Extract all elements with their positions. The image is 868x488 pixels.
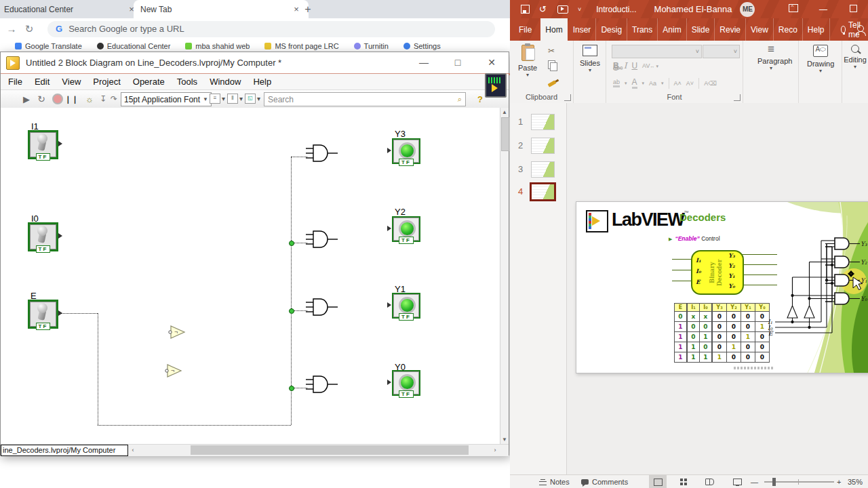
wire[interactable] [291,157,292,425]
scroll-right-icon[interactable]: › [490,445,500,455]
menu-tools[interactable]: Tools [171,77,203,87]
wire[interactable] [98,313,98,425]
menu-window[interactable]: Window [203,77,247,87]
font-color-button[interactable]: A [632,77,637,89]
notes-button[interactable]: Notes [539,475,570,488]
zoom-slider-thumb[interactable] [772,478,776,486]
reload-icon[interactable]: ↻ [20,23,38,35]
tab-home[interactable]: Hom [540,18,567,41]
target-path[interactable]: ine_Decoders.lvproj/My Computer [1,445,128,456]
tab-slideshow[interactable]: Slide [687,18,715,41]
format-painter-icon[interactable] [548,76,556,88]
pause-button[interactable]: ❘❘ [66,92,78,106]
resize-objects-button[interactable]: ◱▾ [245,92,260,105]
minimize-button[interactable]: — [407,52,441,73]
tab-record[interactable]: Reco [774,18,803,41]
and-gate[interactable] [306,297,338,317]
boolean-indicator-Y1[interactable]: TF [392,293,420,319]
menu-view[interactable]: View [56,77,87,87]
menu-file[interactable]: File [2,77,28,87]
menu-help[interactable]: Help [247,77,277,87]
navigation-window-icon[interactable] [485,73,507,98]
grow-font-button[interactable]: A˄ [674,80,682,87]
editing-button[interactable]: Editing ▾ [842,45,868,70]
slide-canvas[interactable]: LabVIEW ™ Decoders ▶“Enable” Control I₁ … [576,201,868,373]
distribute-objects-button[interactable]: ⫴▾ [227,92,243,105]
bookmark-item[interactable]: MS front page LRC [264,42,338,50]
wire[interactable] [60,313,98,314]
bookmark-item[interactable]: Turnitin [354,42,389,50]
font-size-select[interactable]: ˅ [703,45,740,58]
and-gate[interactable] [306,374,338,394]
menu-project[interactable]: Project [87,77,126,87]
highlight-execution-icon[interactable]: ☼ [83,92,96,106]
maximize-button[interactable]: □ [441,52,475,73]
vertical-scrollbar[interactable]: ▲ ▼ [500,108,509,444]
indicator-label[interactable]: Y2 [394,207,406,217]
minimize-button[interactable]: — [808,5,838,14]
new-tab-button[interactable]: + [301,3,315,16]
slide-sorter-button[interactable] [675,475,692,488]
slide-thumbnail-1[interactable]: 1 [510,114,566,134]
ppt-titlebar[interactable]: ↺ ˅ Introducti... Mohamed El-Banna ME — [510,0,868,18]
restore-button[interactable] [838,5,868,14]
ribbon-display-options-icon[interactable] [778,4,808,14]
slides-panel[interactable]: 1 2 3 4 [510,103,567,474]
not-gate[interactable]: ¬ [165,363,185,379]
boolean-control-I0[interactable]: TF [28,222,58,251]
slide-thumbnail-3[interactable]: 3 [510,161,566,182]
paragraph-button[interactable]: ≡ Paragraph ▾ [757,45,785,71]
tab-educational-center[interactable]: Educational Center × [0,0,142,18]
clipboard-dialog-launcher[interactable] [564,94,571,101]
tab-new-tab[interactable]: New Tab × [134,0,309,18]
character-spacing-button[interactable]: AV↔ ▾ [642,62,658,69]
font-name-select[interactable]: ˅ [612,45,702,58]
boolean-control-I1[interactable]: TF [28,130,58,159]
bookmark-item[interactable]: Educational Center [97,42,171,50]
wire[interactable] [98,425,291,426]
tab-insert[interactable]: Inser [568,18,597,41]
paste-button[interactable]: Paste ▾ [514,45,541,78]
share-icon[interactable] [857,24,864,34]
font-selector[interactable]: 15pt Application Font▼ [121,92,212,106]
omnibox[interactable]: G Search Google or type a URL [47,21,495,37]
slide-thumbnail-2[interactable]: 2 [510,138,566,158]
tab-animations[interactable]: Anim [658,18,686,41]
start-slideshow-icon[interactable] [557,5,568,14]
forward-icon[interactable]: → [3,23,20,35]
align-objects-button[interactable]: ≡▾ [210,92,225,105]
slide-thumbnail-4-selected[interactable]: 4 [510,184,566,204]
tab-help[interactable]: Help [803,18,830,41]
tab-review[interactable]: Revie [715,18,746,41]
boolean-indicator-Y2[interactable]: TF [392,216,420,242]
save-icon[interactable] [521,5,530,14]
copy-icon[interactable] [548,60,555,72]
zoom-out-button[interactable]: — [751,475,758,488]
boolean-indicator-Y0[interactable]: TF [392,370,420,396]
slideshow-button[interactable] [728,475,746,488]
avatar[interactable]: ME [740,2,755,17]
undo-icon[interactable]: ↺ [539,4,547,14]
and-gate[interactable] [306,143,338,163]
underline-button[interactable]: U [631,61,637,70]
boolean-indicator-Y3[interactable]: TF [392,138,420,164]
tab-close-icon[interactable]: × [291,4,302,15]
tab-view[interactable]: View [746,18,774,41]
hscrollbar-thumb[interactable] [191,445,469,455]
tab-file[interactable]: File [510,18,540,41]
tab-design[interactable]: Desig [596,18,627,41]
reading-view-button[interactable] [701,475,718,488]
close-button[interactable]: ✕ [475,52,509,73]
highlight-button[interactable]: ab [613,79,620,87]
scroll-down-icon[interactable]: ▼ [500,435,509,444]
scroll-up-icon[interactable]: ▲ [500,108,509,117]
boolean-control-E[interactable]: TF [28,300,58,329]
abort-button[interactable] [51,92,64,106]
wire[interactable] [291,157,307,157]
scroll-left-icon[interactable]: ‹ [128,445,138,455]
bookmark-item[interactable]: Google Translate [15,42,82,50]
comments-button[interactable]: Comments [581,475,628,488]
normal-view-button[interactable] [649,475,667,488]
font-dialog-launcher[interactable] [734,94,741,101]
indicator-label[interactable]: Y3 [394,129,406,139]
